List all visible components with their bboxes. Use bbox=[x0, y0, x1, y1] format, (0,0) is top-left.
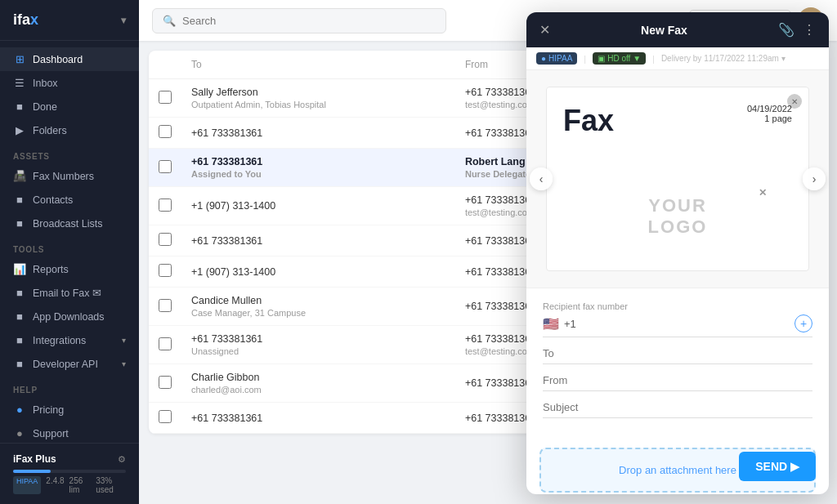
hd-icon: ▣ bbox=[598, 54, 605, 63]
sidebar-item-app-downloads[interactable]: ■ App Downloads bbox=[0, 305, 139, 328]
attachment-icon[interactable]: 📎 bbox=[778, 22, 794, 38]
more-options-icon[interactable]: ⋮ bbox=[803, 22, 816, 38]
recipient-fax-field: Recipient fax number 🇺🇸 +1 + bbox=[543, 301, 812, 337]
to-name: +61 733381361 bbox=[191, 156, 262, 167]
row-checkbox[interactable] bbox=[159, 233, 172, 246]
to-name: +1 (907) 313-1400 bbox=[191, 266, 275, 278]
from-name: Robert Lang bbox=[465, 156, 526, 167]
plan-info-row: iFax Plus ⚙ bbox=[13, 453, 126, 465]
sidebar-item-developer-api[interactable]: ■ Developer API ▾ bbox=[0, 352, 139, 376]
sidebar-item-label: Support bbox=[33, 428, 69, 439]
fax-preview-inner: ✕ Fax 04/19/2022 1 page ✕ YOURLOGO bbox=[546, 87, 809, 271]
hipaa-label: HIPAA bbox=[548, 54, 572, 63]
new-fax-panel: ✕ New Fax 📎 ⋮ ● HIPAA | ▣ HD off ▼ | Del… bbox=[526, 12, 829, 494]
row-checkbox[interactable] bbox=[159, 264, 172, 277]
next-page-button[interactable]: › bbox=[803, 167, 826, 190]
sidebar-item-fax-numbers[interactable]: 📠 Fax Numbers bbox=[0, 164, 139, 188]
from-input[interactable] bbox=[543, 374, 812, 386]
sidebar-navigation: ⊞ Dashboard ☰ Inbox ■ Done ▶ Folders ASS… bbox=[0, 41, 139, 443]
subject-field bbox=[543, 401, 812, 418]
inbox-icon: ☰ bbox=[13, 77, 26, 89]
subject-input[interactable] bbox=[543, 401, 812, 413]
from-input-row bbox=[543, 374, 812, 391]
logo-remove-button[interactable]: ✕ bbox=[759, 187, 768, 198]
hipaa-toggle[interactable]: ● HIPAA bbox=[536, 52, 577, 65]
row-checkbox[interactable] bbox=[159, 337, 172, 350]
integrations-icon: ■ bbox=[13, 334, 26, 346]
developer-api-chevron-icon: ▾ bbox=[122, 359, 126, 368]
sidebar-item-dashboard[interactable]: ⊞ Dashboard bbox=[0, 47, 139, 71]
sidebar-item-pricing[interactable]: ● Pricing bbox=[0, 398, 139, 421]
row-checkbox[interactable] bbox=[159, 125, 172, 138]
panel-controls: 📎 ⋮ bbox=[778, 22, 816, 38]
logo-placeholder: ✕ YOURLOGO bbox=[563, 171, 792, 254]
delivery-label[interactable]: Delivery by 11/17/2022 11:29am ▾ bbox=[661, 54, 786, 63]
sidebar-item-done[interactable]: ■ Done bbox=[0, 95, 139, 118]
row-checkbox[interactable] bbox=[159, 198, 172, 212]
logo-text: YOURLOGO bbox=[563, 195, 792, 238]
row-checkbox[interactable] bbox=[159, 376, 172, 389]
assets-section-label: ASSETS bbox=[0, 142, 139, 164]
hd-label: HD off ▼ bbox=[607, 54, 641, 63]
fax-pages: 1 page bbox=[747, 114, 792, 123]
to-name: Sally Jefferson bbox=[191, 87, 258, 98]
to-sub: Unassigned bbox=[191, 346, 445, 356]
cell-to: Sally JeffersonOutpatient Admin, Tobias … bbox=[181, 79, 455, 118]
search-icon: 🔍 bbox=[163, 15, 176, 27]
row-checkbox[interactable] bbox=[159, 160, 172, 173]
plan-badges: HIPAA 2.4.8 256 lim 33% used bbox=[13, 476, 126, 494]
gear-icon[interactable]: ⚙ bbox=[118, 454, 126, 465]
sidebar-item-folders[interactable]: ▶ Folders bbox=[0, 118, 139, 142]
cell-to: +61 733381361Unassigned bbox=[181, 326, 455, 364]
close-button[interactable]: ✕ bbox=[539, 22, 550, 38]
to-input[interactable] bbox=[543, 347, 812, 359]
cell-to: +61 733381361 bbox=[181, 403, 455, 434]
hipaa-dot: ● bbox=[541, 54, 546, 63]
developer-api-icon: ■ bbox=[13, 358, 26, 370]
row-checkbox[interactable] bbox=[159, 91, 172, 104]
search-input[interactable] bbox=[182, 15, 436, 27]
sidebar-item-broadcast-lists[interactable]: ■ Broadcast Lists bbox=[0, 212, 139, 235]
cell-to: Charlie Gibboncharled@aoi.com bbox=[181, 364, 455, 403]
sidebar-item-contacts[interactable]: ■ Contacts bbox=[0, 188, 139, 212]
fax-number-input[interactable] bbox=[581, 318, 790, 330]
cell-to: +61 733381361Assigned to You bbox=[181, 149, 455, 187]
add-recipient-button[interactable]: + bbox=[794, 314, 812, 332]
country-code: +1 bbox=[564, 318, 576, 330]
help-section-label: HELP bbox=[0, 376, 139, 398]
broadcast-icon: ■ bbox=[13, 217, 26, 230]
send-label: SEND ▶ bbox=[755, 460, 799, 473]
sidebar-item-support[interactable]: ● Support bbox=[0, 421, 139, 443]
sidebar-collapse-icon[interactable]: ▾ bbox=[121, 15, 126, 26]
panel-title: New Fax bbox=[550, 24, 778, 37]
sidebar-item-label: Pricing bbox=[33, 404, 64, 416]
email-fax-icon: ■ bbox=[13, 287, 26, 299]
flag-icon: 🇺🇸 bbox=[543, 316, 559, 332]
prev-page-button[interactable]: ‹ bbox=[530, 167, 553, 190]
app-name: ifa bbox=[13, 11, 30, 28]
version-badge: 2.4.8 bbox=[46, 476, 64, 494]
to-name: +1 (907) 313-1400 bbox=[191, 200, 275, 212]
pricing-icon: ● bbox=[13, 404, 26, 416]
sidebar-item-label: Integrations bbox=[33, 335, 86, 346]
row-checkbox[interactable] bbox=[159, 299, 172, 312]
cell-to: Candice MullenCase Manager, 31 Campuse bbox=[181, 288, 455, 326]
sidebar-item-label: Contacts bbox=[33, 194, 73, 206]
to-name: +61 733381361 bbox=[191, 333, 262, 345]
integrations-chevron-icon: ▾ bbox=[122, 336, 126, 345]
folders-icon: ▶ bbox=[13, 124, 26, 136]
divider: | bbox=[584, 54, 586, 64]
sidebar-item-integrations[interactable]: ■ Integrations ▾ bbox=[0, 328, 139, 352]
sidebar-item-inbox[interactable]: ☰ Inbox bbox=[0, 71, 139, 95]
downloads-icon: ■ bbox=[13, 310, 26, 323]
hd-toggle[interactable]: ▣ HD off ▼ bbox=[593, 52, 646, 65]
sidebar-footer: iFax Plus ⚙ HIPAA 2.4.8 256 lim 33% used bbox=[0, 443, 139, 504]
sidebar-item-email-to-fax[interactable]: ■ Email to Fax ✉ bbox=[0, 281, 139, 305]
drop-zone-label: Drop an attachment here bbox=[619, 464, 736, 476]
sidebar-item-reports[interactable]: 📊 Reports bbox=[0, 257, 139, 281]
send-button[interactable]: SEND ▶ bbox=[739, 452, 816, 481]
sidebar-item-label: Reports bbox=[33, 264, 69, 275]
row-checkbox[interactable] bbox=[159, 410, 172, 423]
to-name: +61 733381361 bbox=[191, 235, 262, 247]
fax-preview: ✕ Fax 04/19/2022 1 page ✕ YOURLOGO ‹ › bbox=[526, 70, 829, 288]
